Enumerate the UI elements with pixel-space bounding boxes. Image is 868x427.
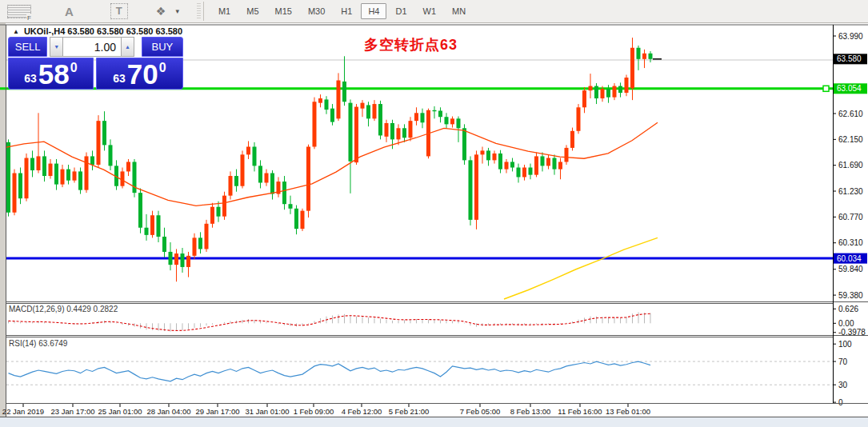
timeframe-button-mn[interactable]: MN [445,3,473,19]
sell-button[interactable]: SELL [8,37,47,57]
toolbar-separator [203,2,204,21]
symbol-ohlc-title: UKOil-,H4 63.580 63.580 63.580 63.580 [24,26,182,36]
sell-price-main: 58 [38,61,70,87]
candle-body [73,171,77,180]
timeframe-button-m15[interactable]: M15 [268,3,299,19]
candle-body [577,107,581,131]
candle-body [421,113,425,122]
candle-body [325,99,329,110]
candle-body [313,102,317,146]
timeframe-button-h1[interactable]: H1 [334,3,359,19]
price-tick-label: 61.690 [838,161,863,170]
candle-body [457,118,461,128]
candle-body [54,164,58,185]
candle-body [126,162,130,171]
one-click-trade-panel: SELL ▼ 1.00 ▲ BUY 63 58 0 63 70 0 [8,37,183,90]
app-window: F A T ❖ ▾ M1M5M15M30H1H4D1W1MN 63.99062.… [0,0,868,427]
candle-body [397,128,401,139]
timeframe-button-m1[interactable]: M1 [211,3,238,19]
time-tick-label: 8 Feb 13:00 [510,407,551,416]
timeframe-button-m5[interactable]: M5 [239,3,266,19]
candle-body [66,170,70,181]
price-tick-label: 59.840 [838,265,863,273]
text-tool-icon[interactable]: A [65,5,74,18]
candle-body [613,86,617,98]
candle-body [541,156,545,166]
candle-body [630,48,634,89]
rsi-tick-label: 100 [838,340,852,349]
arrows-tool-icon[interactable]: ❖ [156,5,166,18]
volume-input[interactable]: 1.00 [63,37,121,57]
candle-body [162,237,166,252]
candle-body [522,168,526,178]
macd-pane-label: MACD(12,26,9) 0.4429 0.2822 [9,305,118,313]
volume-increase-button[interactable]: ▲ [121,37,134,57]
candle-body [649,54,653,59]
candle-body [229,176,233,196]
fibonacci-tool-icon[interactable]: F [7,5,31,18]
candle-body [445,117,449,124]
candle-body [205,224,209,249]
buy-price-main: 70 [127,61,158,87]
time-tick-label: 4 Feb 12:00 [342,407,382,416]
arrows-dropdown-icon[interactable]: ▾ [175,7,179,15]
ma-yellow-line [504,237,658,299]
rsi-tick-label: 0 [838,398,843,407]
price-badge-label: 63.054 [837,84,862,93]
green-resistance-line-handle[interactable] [823,86,829,91]
timeframe-button-h4[interactable]: H4 [361,3,386,19]
candle-body [438,110,442,117]
buy-button[interactable]: BUY [142,37,183,57]
time-tick-label: 28 Jan 04:00 [147,407,191,416]
candle-body [234,176,238,186]
text-label-tool-icon[interactable]: T [110,3,128,19]
candle-body [306,146,310,210]
candle-body [642,54,646,59]
candle-body [637,48,641,59]
candle-body [469,160,473,220]
candle-body [390,123,394,139]
collapse-panel-icon[interactable]: ▲ [13,28,19,35]
candle-body [289,204,293,209]
candle-body [210,207,214,224]
candle-body [18,174,22,199]
candle-body [361,103,365,109]
candle-body [366,105,370,118]
buy-price-prefix: 63 [113,72,126,85]
macd-tick-label: 0.626 [838,305,858,313]
candle-body [570,131,574,148]
candle-body [342,82,346,102]
candle-body [378,104,382,135]
time-tick-label: 23 Jan 17:00 [51,407,95,416]
toolbar-grip [197,3,201,19]
price-tick-label: 61.230 [838,187,863,196]
time-tick-label: 29 Jan 17:00 [196,407,240,416]
volume-decrease-button[interactable]: ▼ [50,37,63,57]
candle-body [498,154,502,170]
candle-body [330,109,334,122]
candle-body [582,90,586,107]
candle-body [258,166,262,182]
candle-body [42,156,46,176]
candle-body [97,121,101,165]
buy-price-button[interactable]: 63 70 0 [96,58,183,90]
candle-body [450,118,454,124]
candle-body [169,252,173,265]
candle-body [414,113,418,121]
price-badge-label: 60.034 [837,254,862,263]
candle-body [385,123,389,137]
candle-body [186,256,190,267]
timeframe-button-w1[interactable]: W1 [416,3,444,19]
rsi-indicator-value: 63.6749 [38,339,67,348]
timeframe-button-m30[interactable]: M30 [301,3,332,19]
candle-body [246,146,250,154]
rsi-tick-label: 70 [838,357,848,366]
price-tick-label: 63.990 [838,32,863,41]
candle-body [373,104,377,118]
candle-body [85,156,89,190]
price-tick-label: 60.770 [838,213,863,221]
candle-body [145,228,149,235]
timeframe-button-d1[interactable]: D1 [388,3,414,19]
sell-price-button[interactable]: 63 58 0 [8,58,94,90]
macd-indicator-name: MACD(12,26,9) [9,305,64,313]
